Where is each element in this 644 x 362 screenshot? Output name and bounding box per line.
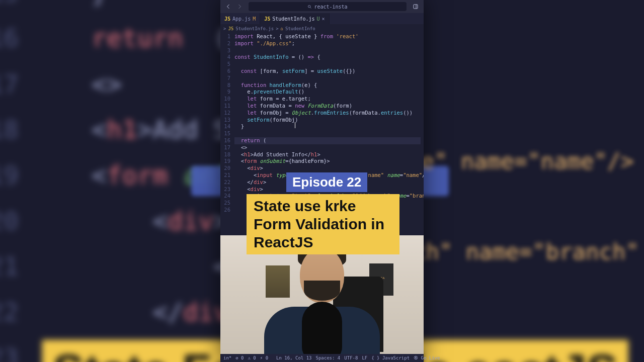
line-number: 25 xyxy=(220,200,234,207)
js-file-icon: JS xyxy=(224,16,230,22)
panel-toggle-icon[interactable] xyxy=(412,3,420,11)
code-line[interactable]: 2import "./App.css"; xyxy=(220,40,424,47)
line-number: 23 xyxy=(220,186,234,193)
line-number: 7 xyxy=(220,75,234,82)
code-line[interactable]: 15 xyxy=(220,130,424,137)
line-content: return ( xyxy=(234,137,421,144)
breadcrumb-prefix: > xyxy=(223,26,226,31)
line-content: <div> xyxy=(234,165,263,172)
line-content: <div> xyxy=(234,186,263,193)
code-line[interactable]: 19 <form onSubmit={handleForm}> xyxy=(220,158,424,165)
line-content: import "./App.css"; xyxy=(234,40,295,47)
nav-back-button[interactable] xyxy=(224,3,232,11)
line-content: const StudentInfo = () => { xyxy=(234,54,320,61)
line-content: let formObj = Object.fromEntries(formDat… xyxy=(234,110,413,117)
status-branch[interactable]: in* xyxy=(223,355,231,360)
editor-tab[interactable]: JSApp.jsM xyxy=(220,13,260,24)
line-content: <form onSubmit={handleForm}> xyxy=(234,158,330,165)
code-line[interactable]: 4const StudentInfo = () => { xyxy=(220,54,424,61)
video-title-box: State use krke Form Validation in ReactJ… xyxy=(247,194,399,254)
breadcrumb[interactable]: > JS StudentInfo.js > ⌂ StudentInfo xyxy=(220,24,424,33)
line-number: 2 xyxy=(220,40,234,47)
line-number: 9 xyxy=(220,88,234,96)
line-number: 11 xyxy=(220,103,234,110)
breadcrumb-file: StudentInfo.js xyxy=(235,26,274,31)
line-number: 20 xyxy=(220,165,234,172)
status-ports[interactable]: ⚡ 0 xyxy=(260,355,268,360)
code-line[interactable]: 12 let formObj = Object.fromEntries(form… xyxy=(220,110,424,117)
line-content: </div> xyxy=(234,179,266,186)
line-content: import React, { useState } from 'react' xyxy=(234,33,359,40)
code-line[interactable]: 3 xyxy=(220,47,424,54)
code-line[interactable]: 6 const [form, setForm] = useState({}) xyxy=(220,68,424,75)
code-line[interactable]: 13 setForm(formObj) xyxy=(220,117,424,124)
code-line[interactable]: 5 xyxy=(220,61,424,68)
breadcrumb-sep: > xyxy=(276,26,278,31)
code-line[interactable]: 7 xyxy=(220,75,424,82)
line-number: 16 xyxy=(220,137,234,144)
status-cursor-pos[interactable]: Ln 16, Col 13 xyxy=(276,355,311,360)
url-search-bar[interactable]: react-insta xyxy=(249,2,407,11)
line-number: 13 xyxy=(220,117,234,124)
line-number: 4 xyxy=(220,54,234,61)
status-language[interactable]: { } JavaScript xyxy=(371,355,410,360)
code-line[interactable]: 18 <h1>Add Student Info</h1> xyxy=(220,151,424,158)
line-content: e.preventDefault() xyxy=(234,88,304,96)
line-content: <> xyxy=(234,144,247,151)
code-line[interactable]: 20 <div> xyxy=(220,165,424,172)
line-number: 24 xyxy=(220,193,234,200)
line-number: 1 xyxy=(220,33,234,40)
code-line[interactable]: 11 let formData = new FormData(form) xyxy=(220,103,424,110)
line-number: 3 xyxy=(220,47,234,54)
line-content: const [form, setForm] = useState({}) xyxy=(234,68,355,75)
wall-frame-left xyxy=(266,265,290,298)
line-number: 18 xyxy=(220,151,234,158)
breadcrumb-symbol: StudentInfo xyxy=(285,26,315,31)
status-encoding[interactable]: UTF-8 xyxy=(344,355,358,360)
line-number: 6 xyxy=(220,68,234,75)
line-number: 15 xyxy=(220,130,234,137)
code-line[interactable]: 8 function handleForm(e) { xyxy=(220,82,424,89)
svg-point-0 xyxy=(308,5,311,8)
line-number: 26 xyxy=(220,207,234,214)
line-content: } xyxy=(234,123,244,130)
line-content: let form = e.target; xyxy=(234,96,311,103)
nav-forward-button[interactable] xyxy=(235,3,244,11)
line-number: 5 xyxy=(220,61,234,68)
code-line[interactable]: 9 e.preventDefault() xyxy=(220,88,424,96)
status-eol[interactable]: LF xyxy=(362,355,367,360)
browser-topbar: react-insta xyxy=(220,0,424,13)
editor-tab[interactable]: JSStudentInfo.jsU× xyxy=(260,13,329,24)
line-number: 8 xyxy=(220,82,234,89)
line-number: 17 xyxy=(220,144,234,151)
code-line[interactable]: 16 return ( xyxy=(220,137,424,144)
code-line[interactable]: 14 } xyxy=(220,123,424,130)
line-number: 14 xyxy=(220,123,234,130)
line-number: 12 xyxy=(220,110,234,117)
editor-tabs: JSApp.jsMJSStudentInfo.jsU× xyxy=(220,13,424,24)
tab-filename: StudentInfo.js xyxy=(272,16,314,22)
tab-modified-indicator: M xyxy=(253,16,256,22)
status-errors[interactable]: ⊘ 0 xyxy=(235,355,244,360)
line-content: function handleForm(e) { xyxy=(234,82,317,89)
status-go-live[interactable]: ⦿ Go Live xyxy=(414,355,440,360)
tab-modified-indicator: U xyxy=(317,16,320,22)
code-line[interactable]: 10 let form = e.target; xyxy=(220,96,424,103)
line-number: 10 xyxy=(220,96,234,103)
tab-close-icon[interactable]: × xyxy=(322,16,325,22)
js-file-icon: JS xyxy=(264,16,270,22)
search-text: react-insta xyxy=(314,4,347,10)
line-content: let formData = new FormData(form) xyxy=(234,103,352,110)
line-number: 22 xyxy=(220,179,234,186)
tab-filename: App.js xyxy=(232,16,251,22)
presenter-beard xyxy=(304,281,340,301)
symbol-icon: ⌂ xyxy=(281,26,283,31)
microphone xyxy=(302,302,342,362)
status-indent[interactable]: Spaces: 4 xyxy=(316,355,341,360)
status-warnings[interactable]: ⚠ 0 xyxy=(248,355,256,360)
line-content: <h1>Add Student Info</h1> xyxy=(234,151,320,158)
code-line[interactable]: 1import React, { useState } from 'react' xyxy=(220,33,424,40)
code-line[interactable]: 17 <> xyxy=(220,144,424,151)
line-content: setForm(formObj) xyxy=(234,117,298,124)
js-file-icon: JS xyxy=(228,26,233,31)
